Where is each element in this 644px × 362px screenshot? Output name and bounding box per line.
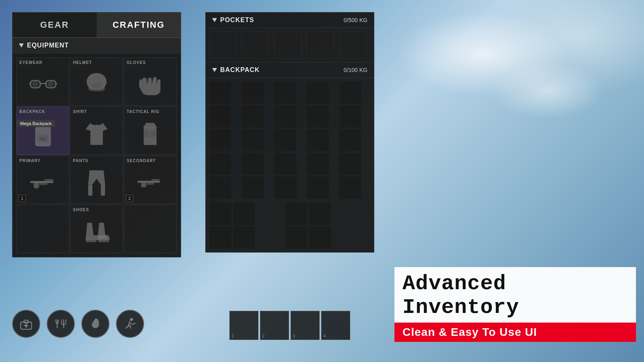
backpack-header: BACKPACK 0/100 KG	[206, 62, 374, 78]
bp-slot-18[interactable]	[274, 152, 297, 175]
bp-slot-24[interactable]	[306, 176, 329, 199]
equipment-grid: EYEWEAR HELMET	[12, 53, 181, 257]
bp-slot-7[interactable]	[242, 105, 264, 128]
bp-slot-1[interactable]	[209, 81, 232, 104]
bp-slot-8[interactable]	[274, 105, 297, 128]
svg-rect-19	[151, 131, 156, 137]
slot-shoes[interactable]: SHOES	[70, 205, 123, 253]
bp-slot-23[interactable]	[274, 176, 297, 199]
slot-secondary[interactable]: SECONDARY 2	[124, 156, 177, 204]
bp-slot-16[interactable]	[209, 152, 232, 175]
bottom-actions	[12, 310, 144, 338]
bp-slot-19[interactable]	[306, 152, 329, 175]
slot-eyewear[interactable]: EYEWEAR	[17, 58, 69, 106]
svg-point-46	[130, 318, 133, 321]
medkit-button[interactable]	[12, 310, 40, 338]
bp-slot-15[interactable]	[339, 129, 362, 152]
pocket-slot-4[interactable]	[306, 31, 334, 59]
bp-slot-3[interactable]	[274, 81, 297, 104]
bp-slot-2[interactable]	[242, 81, 264, 104]
slot-pants[interactable]: PANTS	[70, 156, 123, 204]
extra-slot-4[interactable]	[233, 226, 256, 249]
tab-gear[interactable]: GEAR	[12, 12, 97, 37]
bp-slot-10[interactable]	[339, 105, 362, 128]
hotbar-slot-1[interactable]: 1	[229, 311, 258, 340]
bp-slot-25[interactable]	[339, 176, 362, 199]
secondary-rifle-icon	[136, 169, 164, 197]
pocket-slot-3[interactable]	[274, 31, 301, 59]
sprint-button[interactable]	[116, 310, 144, 338]
svg-rect-27	[30, 181, 33, 183]
backpack-label: BACKPACK	[220, 66, 260, 74]
slot-primary[interactable]: PRIMARY 1	[17, 156, 69, 204]
secondary-slot-number: 2	[126, 195, 133, 202]
slot-helmet[interactable]: HELMET	[70, 58, 123, 106]
svg-rect-26	[39, 182, 47, 185]
svg-rect-31	[101, 184, 105, 195]
water-icon	[88, 317, 103, 331]
tabs: GEAR CRAFTING	[12, 12, 181, 37]
rig-icon	[136, 120, 164, 148]
svg-rect-29	[35, 187, 38, 189]
pocket-slot-2[interactable]	[242, 31, 269, 59]
extra-slot-3[interactable]	[209, 226, 232, 249]
bp-slot-13[interactable]	[274, 129, 297, 152]
backpack-collapse-icon[interactable]	[212, 68, 217, 72]
hotbar-slot-2[interactable]: 2	[260, 311, 289, 340]
primary-slot-number: 1	[19, 195, 26, 202]
tab-crafting[interactable]: CRAFTING	[97, 12, 181, 37]
pockets-collapse-icon[interactable]	[212, 18, 217, 22]
food-icon	[54, 317, 68, 331]
water-button[interactable]	[81, 310, 109, 338]
backpack-icon	[29, 120, 57, 148]
bp-slot-14[interactable]	[306, 129, 329, 152]
bp-slot-9[interactable]	[306, 105, 329, 128]
collapse-icon[interactable]	[19, 43, 24, 47]
svg-point-6	[47, 81, 54, 86]
gloves-icon	[136, 71, 164, 99]
hotbar-slot-3[interactable]: 3	[291, 311, 320, 340]
bp-slot-22[interactable]	[242, 176, 264, 199]
medkit-icon	[19, 317, 33, 331]
slot-tactical-rig[interactable]: TACTICAL RIG	[124, 107, 177, 155]
backpack-main-grid	[206, 78, 374, 202]
extra-slot-8[interactable]	[309, 226, 332, 249]
extra-slot-5[interactable]	[285, 202, 308, 225]
bp-slot-20[interactable]	[339, 152, 362, 175]
svg-rect-9	[90, 89, 103, 91]
svg-rect-30	[88, 184, 93, 195]
backpack-weight: 0/100 KG	[344, 67, 367, 73]
bp-slot-6[interactable]	[209, 105, 232, 128]
bp-slot-17[interactable]	[242, 152, 264, 175]
slot-backpack[interactable]: BACKPACK Mega Backpack	[17, 107, 69, 155]
extra-slot-1[interactable]	[209, 202, 232, 225]
slot-empty-1[interactable]	[17, 205, 69, 253]
svg-point-5	[32, 81, 39, 86]
extra-group-left	[209, 202, 256, 249]
slot-gloves[interactable]: GLOVES	[124, 58, 177, 106]
shirt-icon	[83, 120, 111, 148]
boots-icon	[83, 218, 111, 246]
pants-icon	[83, 169, 111, 197]
pocket-slot-5[interactable]	[339, 31, 366, 59]
bp-slot-5[interactable]	[339, 81, 362, 104]
primary-rifle-icon	[29, 169, 57, 197]
extra-slot-6[interactable]	[309, 202, 332, 225]
bp-slot-11[interactable]	[209, 129, 232, 152]
bp-slot-4[interactable]	[306, 81, 329, 104]
extra-slot-2[interactable]	[233, 202, 256, 225]
advanced-inventory-banner: Advanced Inventory Clean & Easy To Use U…	[394, 267, 636, 342]
hotbar-slot-4[interactable]: 4	[321, 311, 350, 340]
slot-empty-2[interactable]	[124, 205, 177, 253]
extra-slot-7[interactable]	[285, 226, 308, 249]
svg-rect-28	[48, 180, 50, 181]
food-button[interactable]	[47, 310, 75, 338]
pocket-slot-1[interactable]	[209, 31, 236, 59]
slot-shirt[interactable]: SHIRT	[70, 107, 123, 155]
bp-slot-12[interactable]	[242, 129, 264, 152]
svg-rect-25	[33, 183, 39, 187]
hotbar: 1 2 3 4	[229, 311, 350, 340]
svg-rect-38	[86, 238, 97, 242]
banner-subtitle: Clean & Easy To Use UI	[394, 323, 636, 342]
bp-slot-21[interactable]	[209, 176, 232, 199]
